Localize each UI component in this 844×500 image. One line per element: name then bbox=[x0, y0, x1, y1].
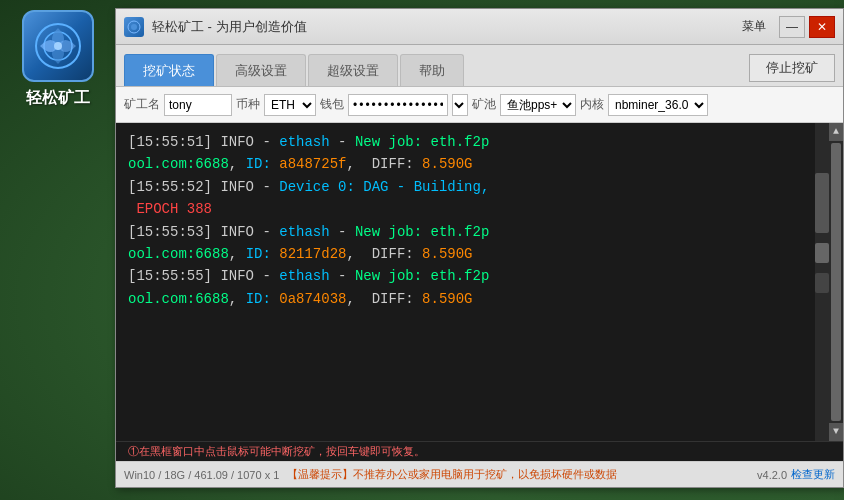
close-button[interactable]: ✕ bbox=[809, 16, 835, 38]
title-controls: 菜单 — ✕ bbox=[733, 15, 835, 38]
menu-button[interactable]: 菜单 bbox=[733, 15, 775, 38]
tab-advanced[interactable]: 高级设置 bbox=[216, 54, 306, 86]
window-title: 轻松矿工 - 为用户创造价值 bbox=[152, 18, 733, 36]
log-line-3: [15:55:53] INFO - ethash - New job: eth.… bbox=[128, 221, 815, 266]
wallet-select[interactable]: ▼ bbox=[452, 94, 468, 116]
coin-select[interactable]: ETH bbox=[264, 94, 316, 116]
nav-tabs: 挖矿状态 高级设置 超级设置 帮助 停止挖矿 bbox=[116, 45, 843, 87]
wallet-label: 钱包 bbox=[320, 96, 344, 113]
coin-label: 币种 bbox=[236, 96, 260, 113]
form-row: 矿工名 币种 ETH 钱包 ▼ 矿池 鱼池pps+ 内核 nbminer_36.… bbox=[116, 87, 843, 123]
svg-point-4 bbox=[131, 24, 137, 30]
stop-mining-button[interactable]: 停止挖矿 bbox=[749, 54, 835, 82]
core-label: 内核 bbox=[580, 96, 604, 113]
scrollbar-track: ▲ ▼ bbox=[829, 123, 843, 441]
app-icon-wrapper: 轻松矿工 bbox=[22, 10, 94, 109]
miner-name-input[interactable] bbox=[164, 94, 232, 116]
system-info: Win10 / 18G / 461.09 / 1070 x 1 bbox=[124, 469, 279, 481]
pool-select[interactable]: 鱼池pps+ bbox=[500, 94, 576, 116]
side-indicator-1[interactable] bbox=[815, 173, 829, 233]
sidebar: 轻松矿工 bbox=[0, 0, 115, 500]
console-hint-text: ①在黑框窗口中点击鼠标可能中断挖矿，按回车键即可恢复。 bbox=[128, 444, 425, 459]
main-window: 轻松矿工 - 为用户创造价值 菜单 — ✕ 挖矿状态 高级设置 超级设置 帮助 … bbox=[115, 8, 844, 488]
version-text: v4.2.0 bbox=[757, 469, 787, 481]
right-overlay bbox=[815, 123, 829, 441]
core-select[interactable]: nbminer_36.0 bbox=[608, 94, 708, 116]
title-icon bbox=[124, 17, 144, 37]
side-indicator-3[interactable] bbox=[815, 273, 829, 293]
scrollbar-down[interactable]: ▼ bbox=[829, 423, 843, 441]
minimize-button[interactable]: — bbox=[779, 16, 805, 38]
console-hint-bar: ①在黑框窗口中点击鼠标可能中断挖矿，按回车键即可恢复。 bbox=[116, 441, 843, 461]
tab-help[interactable]: 帮助 bbox=[400, 54, 464, 86]
check-update-button[interactable]: 检查更新 bbox=[791, 467, 835, 482]
app-label: 轻松矿工 bbox=[26, 88, 90, 109]
title-bar: 轻松矿工 - 为用户创造价值 菜单 — ✕ bbox=[116, 9, 843, 45]
app-icon bbox=[22, 10, 94, 82]
warning-text: 【温馨提示】不推荐办公或家用电脑用于挖矿，以免损坏硬件或数据 bbox=[287, 467, 617, 482]
scrollbar-up[interactable]: ▲ bbox=[829, 123, 843, 141]
svg-point-2 bbox=[54, 42, 62, 50]
scrollbar-thumb[interactable] bbox=[831, 143, 841, 421]
status-bar: Win10 / 18G / 461.09 / 1070 x 1 【温馨提示】不推… bbox=[116, 461, 843, 487]
log-line-2: [15:55:52] INFO - Device 0: DAG - Buildi… bbox=[128, 176, 815, 221]
side-indicator-2[interactable] bbox=[815, 243, 829, 263]
tab-super[interactable]: 超级设置 bbox=[308, 54, 398, 86]
log-line-1: [15:55:51] INFO - ethash - New job: eth.… bbox=[128, 131, 815, 176]
tab-mining-status[interactable]: 挖矿状态 bbox=[124, 54, 214, 86]
miner-label: 矿工名 bbox=[124, 96, 160, 113]
log-line-4: [15:55:55] INFO - ethash - New job: eth.… bbox=[128, 265, 815, 310]
wallet-input[interactable] bbox=[348, 94, 448, 116]
console-area: [15:55:51] INFO - ethash - New job: eth.… bbox=[116, 123, 843, 441]
status-left: Win10 / 18G / 461.09 / 1070 x 1 【温馨提示】不推… bbox=[124, 467, 757, 482]
console-text: [15:55:51] INFO - ethash - New job: eth.… bbox=[128, 131, 831, 310]
pool-label: 矿池 bbox=[472, 96, 496, 113]
